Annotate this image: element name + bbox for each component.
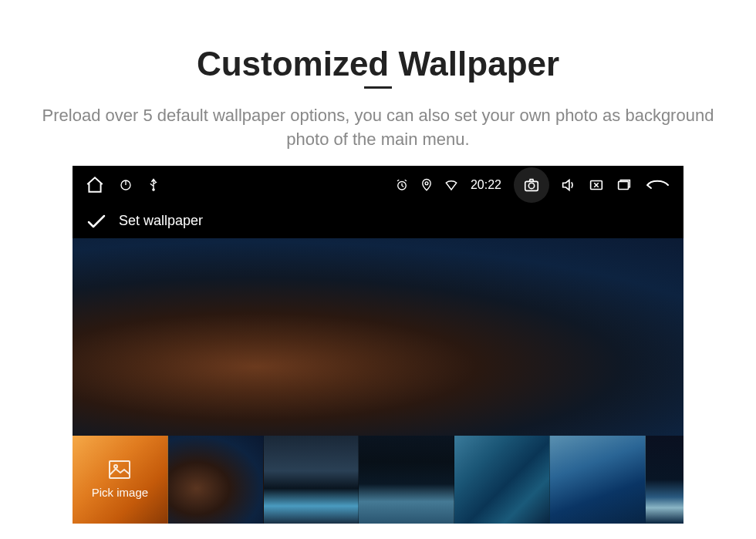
wallpaper-thumb-6[interactable] [646, 436, 683, 524]
status-bar-left [85, 175, 160, 195]
app-header: Set wallpaper [73, 204, 683, 238]
pick-image-label: Pick image [92, 486, 148, 499]
wallpaper-thumb-4[interactable] [454, 436, 550, 524]
recent-apps-icon[interactable] [616, 177, 633, 194]
svg-point-6 [528, 183, 534, 188]
device-screenshot: 20:22 Set wallpaper [73, 166, 683, 524]
thumbnail-strip: Pick image [73, 436, 683, 524]
pick-image-button[interactable]: Pick image [73, 436, 168, 524]
back-icon[interactable] [643, 177, 671, 193]
app-header-title: Set wallpaper [119, 213, 203, 229]
wifi-icon [444, 178, 458, 192]
status-bar-right: 20:22 [395, 167, 671, 203]
wallpaper-thumb-5[interactable] [550, 436, 646, 524]
page-subtitle: Preload over 5 default wallpaper options… [0, 104, 756, 152]
wallpaper-thumb-1[interactable] [168, 436, 264, 524]
sound-icon[interactable] [560, 177, 577, 194]
status-bar: 20:22 [73, 166, 683, 204]
camera-icon [523, 177, 540, 194]
confirm-check-icon[interactable] [86, 214, 106, 229]
wallpaper-thumb-2[interactable] [264, 436, 359, 524]
location-icon [420, 178, 434, 192]
usb-icon [147, 178, 160, 192]
title-underline [364, 86, 392, 89]
close-app-icon[interactable] [588, 177, 605, 194]
svg-point-2 [153, 188, 154, 190]
power-icon[interactable] [119, 178, 133, 192]
alarm-icon [395, 178, 409, 192]
page-title: Customized Wallpaper [0, 45, 756, 83]
screenshot-button[interactable] [514, 167, 549, 203]
image-icon [108, 460, 131, 480]
svg-rect-9 [110, 461, 130, 478]
wallpaper-preview[interactable] [73, 238, 683, 436]
wallpaper-thumb-3[interactable] [359, 436, 454, 524]
svg-rect-8 [619, 181, 629, 189]
status-time: 20:22 [471, 178, 501, 192]
home-icon[interactable] [85, 175, 105, 195]
svg-point-10 [114, 465, 117, 468]
svg-point-4 [425, 181, 428, 184]
